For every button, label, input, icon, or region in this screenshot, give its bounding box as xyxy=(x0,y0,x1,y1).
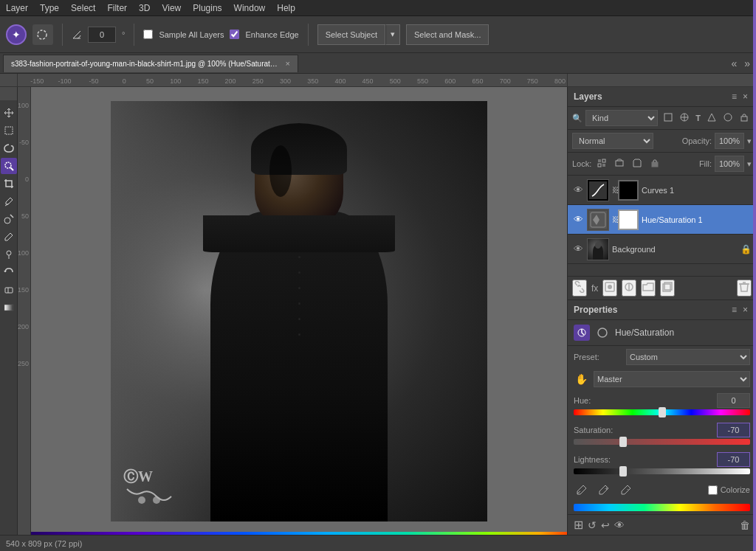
canvas-viewport[interactable]: ⒸW xyxy=(31,87,567,535)
add-mask-btn[interactable] xyxy=(602,280,617,297)
hue-sat-eye-icon[interactable]: 👁 xyxy=(572,214,584,225)
channel-select[interactable]: Master Reds Yellows Greens Cyans Blues M… xyxy=(594,371,750,387)
ruler-tick-2: -100 xyxy=(45,77,72,85)
lock-transparent-btn[interactable] xyxy=(594,157,609,171)
menu-item-view[interactable]: View xyxy=(162,3,181,13)
kind-smart-btn[interactable] xyxy=(721,111,735,125)
colorize-checkbox[interactable] xyxy=(708,485,718,495)
link-layers-btn[interactable] xyxy=(572,280,587,297)
hue-value-input[interactable]: 0 xyxy=(717,393,750,408)
fill-arrow[interactable]: ▾ xyxy=(747,159,752,169)
layer-item-hue-sat[interactable]: 👁 ⛓ Hue/Saturation 1 xyxy=(568,205,756,235)
opacity-arrow[interactable]: ▾ xyxy=(747,136,752,146)
eyedropper-tool[interactable] xyxy=(1,193,17,209)
background-eye-icon[interactable]: 👁 xyxy=(572,243,584,254)
blend-mode-select[interactable]: Normal Multiply Screen xyxy=(572,133,653,149)
clone-stamp-tool[interactable] xyxy=(1,246,17,263)
enhance-edge-checkbox[interactable] xyxy=(230,30,239,39)
menu-item-3d[interactable]: 3D xyxy=(139,3,150,13)
hand-tool-btn[interactable]: ✋ xyxy=(574,372,589,387)
lasso-tool-side[interactable] xyxy=(1,140,17,156)
bottom-gradient-bar xyxy=(31,532,567,535)
svg-rect-22 xyxy=(616,161,623,166)
properties-panel-menu-btn[interactable]: ≡ xyxy=(729,305,739,315)
eraser-tool[interactable] xyxy=(1,282,17,298)
brush-tool[interactable] xyxy=(1,229,17,245)
watermark: ⒸW xyxy=(120,456,186,510)
menu-item-window[interactable]: Window xyxy=(234,3,266,13)
layers-filter-icon: 🔍 xyxy=(572,114,583,123)
new-fill-adjustment-btn[interactable] xyxy=(622,280,636,297)
saturation-value-input[interactable]: -70 xyxy=(717,423,750,437)
reset-btn[interactable]: ↺ xyxy=(588,519,597,531)
sample-all-layers-checkbox[interactable] xyxy=(143,30,153,39)
rectangular-marquee-tool[interactable] xyxy=(1,122,17,139)
layers-kind-select[interactable]: Kind xyxy=(585,110,658,126)
tab-close-button[interactable]: × xyxy=(286,59,290,68)
angle-input[interactable]: 0 xyxy=(88,27,116,43)
hue-sat-circle-icon-btn[interactable] xyxy=(594,325,611,341)
layer-item-curves[interactable]: 👁 ⛓ Curves 1 xyxy=(568,176,756,205)
tool-icon-button[interactable]: ✦ xyxy=(6,24,27,45)
ruler-tick-11: 350 xyxy=(292,77,320,85)
layers-panel-collapse-btn[interactable]: × xyxy=(740,91,750,102)
panel-left-arrow[interactable]: « xyxy=(728,58,740,69)
eyedropper-subtract-btn[interactable]: - xyxy=(618,482,634,498)
kind-pixel-btn[interactable] xyxy=(661,111,676,125)
eyedropper-add-btn[interactable]: + xyxy=(596,482,612,498)
preset-select[interactable]: Custom Default Cyanotype Sepia xyxy=(626,349,750,365)
opacity-input[interactable]: 100% xyxy=(715,133,744,149)
new-layer-btn[interactable] xyxy=(660,280,675,297)
saturation-slider-thumb[interactable] xyxy=(619,437,627,447)
layer-item-background[interactable]: 👁 Background 🔒 xyxy=(568,235,756,264)
menu-item-help[interactable]: Help xyxy=(277,3,295,13)
lock-artboard-btn[interactable] xyxy=(630,157,645,171)
eyedropper-btn[interactable] xyxy=(574,482,590,498)
add-layer-style-btn[interactable]: fx xyxy=(591,283,598,294)
kind-adjustment-btn[interactable] xyxy=(677,111,692,125)
menu-item-filter[interactable]: Filter xyxy=(107,3,127,13)
saturation-slider-track[interactable] xyxy=(574,439,750,445)
select-and-mask-button[interactable]: Select and Mask... xyxy=(406,24,489,45)
gradient-tool[interactable] xyxy=(1,299,17,316)
prev-adjustment-btn[interactable]: ⊞ xyxy=(574,518,583,532)
canvas-area[interactable]: -100 -50 0 50 100 150 200 250 xyxy=(18,87,567,535)
history-brush-tool[interactable] xyxy=(1,264,17,280)
lightness-value-input[interactable]: -70 xyxy=(717,452,750,467)
active-tab[interactable]: s383-fashion-portrait-of-young-man-in-bl… xyxy=(3,55,298,72)
fill-input[interactable]: 100% xyxy=(715,156,744,172)
hue-slider-thumb[interactable] xyxy=(659,407,666,417)
new-group-btn[interactable] xyxy=(641,280,656,297)
kind-shape-btn[interactable] xyxy=(704,111,719,125)
select-subject-button[interactable]: Select Subject xyxy=(317,24,385,45)
saturation-label: Saturation: xyxy=(574,426,613,434)
hue-slider-track[interactable] xyxy=(574,409,750,415)
menu-item-layer[interactable]: Layer xyxy=(6,3,28,13)
spot-healing-tool[interactable] xyxy=(1,211,17,227)
lock-image-btn[interactable] xyxy=(612,157,627,171)
properties-panel-collapse-btn[interactable]: × xyxy=(740,305,750,315)
delete-adjustment-btn[interactable]: 🗑 xyxy=(740,519,750,531)
lightness-slider-thumb[interactable] xyxy=(619,466,627,477)
menu-item-select[interactable]: Select xyxy=(71,3,95,13)
lasso-tool-button[interactable] xyxy=(32,24,53,45)
panel-right-arrow[interactable]: » xyxy=(741,58,753,69)
lightness-slider-track[interactable] xyxy=(574,468,750,474)
visibility-btn[interactable]: 👁 xyxy=(614,519,625,531)
delete-layer-btn[interactable] xyxy=(737,280,752,297)
hue-sat-icon-btn[interactable] xyxy=(574,325,590,341)
kind-lock-btn[interactable] xyxy=(737,111,752,125)
curves-eye-icon[interactable]: 👁 xyxy=(572,184,584,195)
lock-all-btn[interactable] xyxy=(647,157,662,171)
move-tool[interactable] xyxy=(1,105,17,121)
svg-point-28 xyxy=(608,285,612,289)
quick-selection-tool[interactable] xyxy=(1,158,17,174)
kind-type-btn[interactable]: T xyxy=(693,111,703,125)
undo-btn[interactable]: ↩ xyxy=(601,519,610,531)
menu-item-plugins[interactable]: Plugins xyxy=(193,3,221,13)
ruler-horizontal: -150 -100 -50 0 50 100 150 200 250 300 3… xyxy=(18,74,567,86)
menu-item-type[interactable]: Type xyxy=(40,3,59,13)
crop-tool[interactable] xyxy=(1,176,17,192)
select-subject-dropdown[interactable]: ▾ xyxy=(385,24,400,45)
layers-panel-menu-btn[interactable]: ≡ xyxy=(729,91,739,102)
